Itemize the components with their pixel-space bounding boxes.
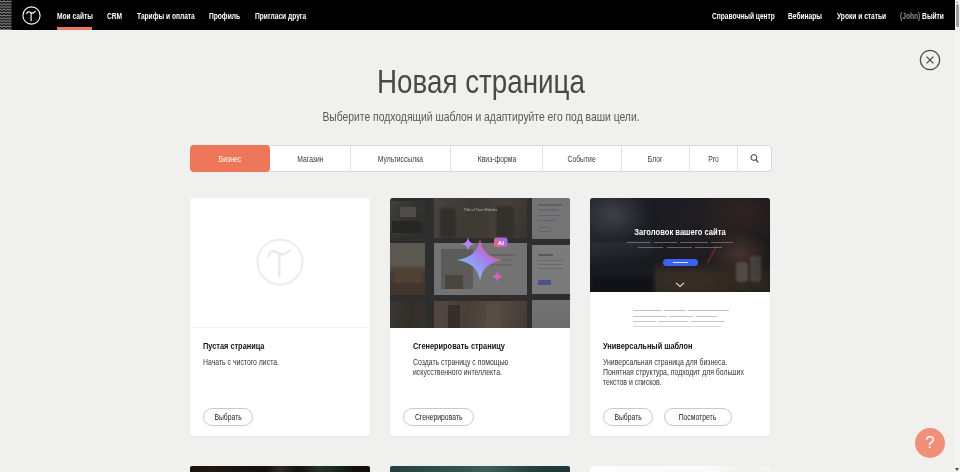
svg-text:AI: AI	[498, 240, 504, 246]
